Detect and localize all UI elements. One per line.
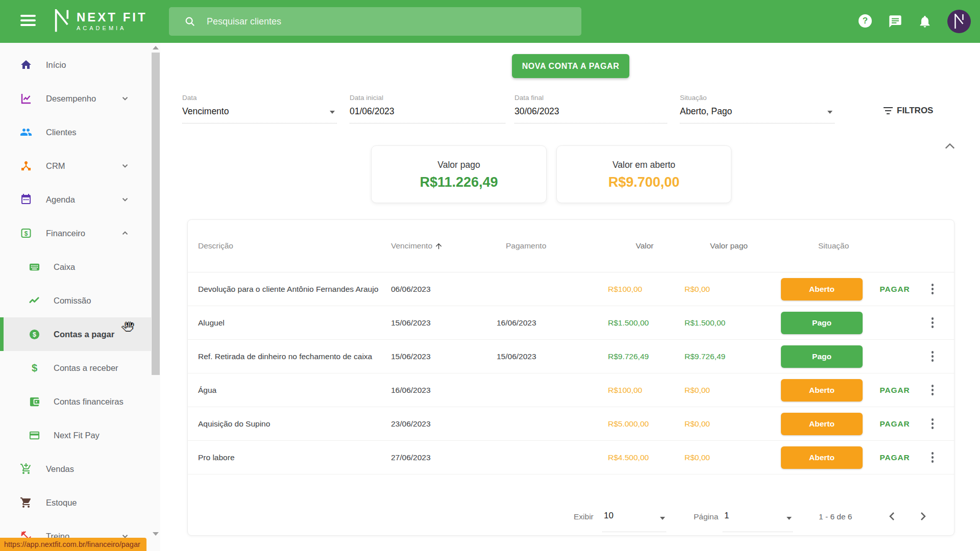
- shopping-cart-icon: [20, 496, 32, 509]
- row-menu-kebab-icon[interactable]: [920, 351, 945, 362]
- filter-label: Data final: [514, 94, 667, 102]
- status-badge[interactable]: Aberto: [781, 379, 863, 402]
- dropdown-arrow-icon: [827, 111, 832, 114]
- summary-card-valor-pago: Valor pago R$11.226,49: [371, 145, 547, 203]
- sidebar-item-caixa[interactable]: Caixa: [0, 250, 151, 284]
- pagar-button[interactable]: PAGAR: [869, 386, 920, 395]
- row-menu-kebab-icon[interactable]: [920, 317, 945, 328]
- collapse-panel-chevron-icon[interactable]: [944, 142, 955, 150]
- filtros-button[interactable]: FILTROS: [884, 103, 933, 118]
- per-page-select[interactable]: 10: [602, 506, 666, 532]
- cell-descricao: Pro labore: [188, 453, 391, 462]
- filter-data-final-input[interactable]: Data final 30/06/2023: [514, 94, 667, 126]
- pagar-button[interactable]: PAGAR: [869, 453, 920, 462]
- chevron-down-icon: [120, 94, 130, 103]
- sidebar-item-next-fit-pay[interactable]: Next Fit Pay: [0, 418, 151, 452]
- menu-hamburger-icon[interactable]: [20, 15, 36, 28]
- column-header-pagamento[interactable]: Pagamento: [497, 241, 606, 251]
- status-badge[interactable]: Aberto: [781, 446, 863, 469]
- cell-valor-pago: R$0,00: [683, 453, 775, 462]
- scroll-up-arrow-icon[interactable]: [153, 46, 159, 49]
- row-menu-kebab-icon[interactable]: [920, 385, 945, 395]
- search-bar[interactable]: [169, 7, 581, 36]
- column-header-descricao[interactable]: Descrição: [188, 241, 391, 251]
- table-row[interactable]: Ref. Retirada de dinheiro no fechamento …: [188, 340, 954, 373]
- sort-ascending-arrow-icon: [434, 242, 443, 251]
- summary-label: Valor pago: [372, 160, 546, 170]
- sidebar-item-estoque[interactable]: Estoque: [0, 486, 151, 519]
- chat-button[interactable]: [888, 14, 902, 29]
- sidebar-item-desempenho[interactable]: Desempenho: [0, 82, 151, 115]
- search-input[interactable]: [207, 16, 573, 27]
- sidebar-item-label: Vendas: [46, 464, 74, 474]
- sidebar-item-label: CRM: [46, 161, 65, 171]
- sidebar-item-label: Next Fit Pay: [54, 431, 100, 440]
- cell-valor-pago: R$1.500,00: [683, 318, 775, 328]
- sidebar-item-inicio[interactable]: Início: [0, 48, 151, 82]
- nova-conta-a-pagar-button[interactable]: NOVA CONTA A PAGAR: [512, 54, 629, 78]
- page-select[interactable]: 1: [723, 506, 793, 532]
- sidebar-scrollbar[interactable]: [151, 43, 160, 551]
- sidebar-item-crm[interactable]: CRM: [0, 149, 151, 183]
- notifications-button[interactable]: [918, 14, 932, 29]
- row-menu-kebab-icon[interactable]: [920, 452, 945, 463]
- sidebar-item-label: Contas a receber: [54, 363, 118, 373]
- dropdown-arrow-icon: [330, 111, 335, 114]
- cell-valor-pago: R$0,00: [683, 386, 775, 395]
- sidebar-item-clientes[interactable]: Clientes: [0, 115, 151, 149]
- dollar-circle-icon: $: [29, 329, 40, 340]
- scrollbar-thumb[interactable]: [152, 53, 160, 375]
- column-header-valor-pago[interactable]: Valor pago: [683, 241, 775, 251]
- nextfit-logo-icon: [53, 9, 70, 33]
- filter-data-select[interactable]: Data Vencimento: [182, 94, 337, 126]
- sidebar-item-contas-financeiras[interactable]: Contas financeiras: [0, 385, 151, 418]
- column-header-vencimento[interactable]: Vencimento: [391, 241, 497, 251]
- table-row[interactable]: Aluguel 15/06/2023 16/06/2023 R$1.500,00…: [188, 306, 954, 340]
- summary-value: R$9.700,00: [557, 174, 731, 190]
- user-avatar[interactable]: [947, 10, 971, 33]
- mouse-cursor: 🖑: [121, 319, 135, 335]
- cell-valor-pago: R$9.726,49: [683, 352, 775, 361]
- sidebar-item-financeiro[interactable]: $ Financeiro: [0, 216, 151, 250]
- cell-vencimento: 16/06/2023: [391, 386, 497, 395]
- status-badge[interactable]: Pago: [781, 345, 863, 368]
- sidebar-item-comissao[interactable]: Comissão: [0, 284, 151, 317]
- sidebar-item-label: Financeiro: [46, 229, 85, 238]
- performance-chart-icon: [20, 92, 32, 105]
- table-row[interactable]: Pro labore 27/06/2023 R$4.500,00 R$0,00 …: [188, 441, 954, 474]
- logo-title: NEXT FIT: [77, 11, 148, 23]
- sidebar-item-vendas[interactable]: Vendas: [0, 452, 151, 486]
- pagina-label: Página: [694, 512, 718, 521]
- next-page-chevron-icon[interactable]: [917, 510, 929, 522]
- column-header-situacao[interactable]: Situação: [775, 241, 869, 251]
- row-menu-kebab-icon[interactable]: [920, 418, 945, 429]
- chevron-up-icon: [120, 229, 130, 238]
- status-url: https://app.nextfit.com.br/financeiro/pa…: [4, 540, 140, 548]
- filter-situacao-select[interactable]: Situação Aberto, Pago: [680, 94, 835, 126]
- logo-subtitle: ACADEMIA: [77, 25, 148, 31]
- status-badge[interactable]: Aberto: [781, 278, 863, 300]
- sidebar-item-label: Clientes: [46, 128, 77, 137]
- help-button[interactable]: ?: [859, 14, 873, 29]
- pagar-button[interactable]: PAGAR: [869, 285, 920, 294]
- table-row[interactable]: Água 16/06/2023 R$100,00 R$0,00 Aberto P…: [188, 373, 954, 407]
- pagar-button[interactable]: PAGAR: [869, 419, 920, 429]
- svg-text:$: $: [32, 362, 37, 373]
- status-badge[interactable]: Aberto: [781, 413, 863, 435]
- sidebar-item-agenda[interactable]: Agenda: [0, 183, 151, 216]
- sidebar-item-contas-a-receber[interactable]: $ Contas a receber: [0, 351, 151, 385]
- cell-descricao: Aluguel: [188, 318, 391, 328]
- previous-page-chevron-icon[interactable]: [886, 510, 898, 522]
- dollar-sign-icon: $: [29, 362, 40, 374]
- pagination-range: 1 - 6 de 6: [819, 512, 852, 521]
- cash-register-icon: [29, 261, 40, 273]
- column-header-valor[interactable]: Valor: [606, 241, 683, 251]
- table-row[interactable]: Aquisição do Supino 23/06/2023 R$5.000,0…: [188, 407, 954, 441]
- main-content: NOVA CONTA A PAGAR Data Vencimento Data …: [160, 43, 980, 551]
- scroll-down-arrow-icon[interactable]: [153, 532, 159, 536]
- status-badge[interactable]: Pago: [781, 312, 863, 334]
- row-menu-kebab-icon[interactable]: [920, 284, 945, 294]
- table-header-row: Descrição Vencimento Pagamento Valor Val…: [188, 220, 954, 272]
- table-row[interactable]: Devolução para o cliente Antônio Fernand…: [188, 272, 954, 306]
- filter-data-inicial-input[interactable]: Data inicial 01/06/2023: [350, 94, 505, 126]
